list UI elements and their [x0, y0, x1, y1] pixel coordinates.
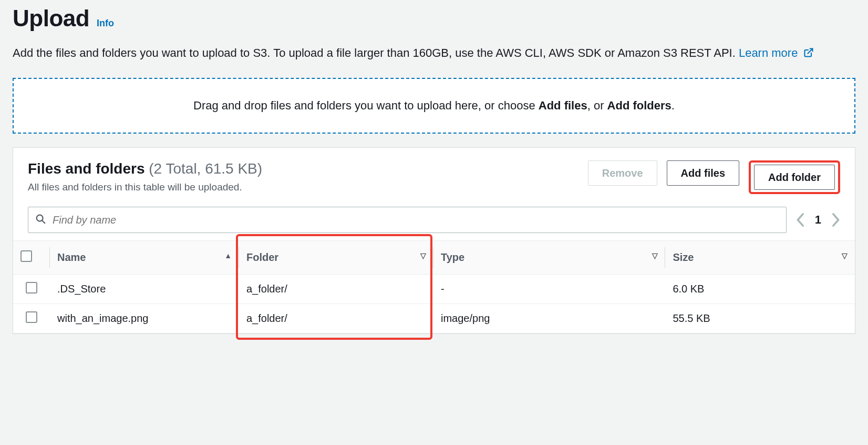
- description-text: Add the files and folders you want to up…: [13, 46, 739, 59]
- cell-name: with_an_image.png: [50, 304, 239, 333]
- page-title: Upload: [13, 5, 89, 32]
- column-header-name[interactable]: Name ▲: [50, 241, 239, 275]
- next-page-icon[interactable]: [831, 213, 840, 227]
- pagination: 1: [796, 213, 840, 227]
- column-name-label: Name: [57, 251, 86, 263]
- page-number: 1: [815, 213, 821, 227]
- sort-icon: ▽: [420, 251, 426, 260]
- remove-button: Remove: [588, 160, 657, 186]
- add-files-button[interactable]: Add files: [667, 160, 739, 186]
- page-description: Add the files and folders you want to up…: [13, 44, 855, 63]
- panel-title: Files and folders (2 Total, 61.5 KB): [28, 160, 577, 177]
- external-link-icon: [803, 45, 814, 63]
- prev-page-icon[interactable]: [796, 213, 805, 227]
- cell-folder: a_folder/: [239, 275, 433, 304]
- svg-line-2: [42, 220, 45, 223]
- table-row: .DS_Storea_folder/-6.0 KB: [13, 275, 855, 304]
- cell-name: .DS_Store: [50, 275, 239, 304]
- column-header-type[interactable]: Type ▽: [433, 241, 665, 275]
- sort-icon: ▽: [842, 251, 848, 260]
- cell-size: 55.5 KB: [665, 304, 855, 333]
- add-folder-highlight: Add folder: [749, 160, 840, 194]
- dropzone-suffix: .: [671, 99, 675, 112]
- sort-icon: ▽: [652, 251, 658, 260]
- table-row: with_an_image.pnga_folder/image/png55.5 …: [13, 304, 855, 333]
- dropzone-or: , or: [587, 99, 607, 112]
- panel-count: (2 Total, 61.5 KB): [149, 160, 262, 177]
- row-checkbox[interactable]: [26, 311, 37, 323]
- panel-subtitle: All files and folders in this table will…: [28, 181, 577, 193]
- dropzone-add-folders-bold: Add folders: [607, 99, 671, 112]
- info-link[interactable]: Info: [97, 18, 114, 29]
- cell-size: 6.0 KB: [665, 275, 855, 304]
- column-header-size[interactable]: Size ▽: [665, 241, 855, 275]
- learn-more-label: Learn more: [739, 46, 798, 59]
- dropzone[interactable]: Drag and drop files and folders you want…: [13, 78, 855, 134]
- panel-title-label: Files and folders: [28, 160, 145, 177]
- search-field[interactable]: [28, 207, 787, 233]
- files-table: Name ▲ Folder ▽ Type ▽ Size: [13, 240, 855, 333]
- files-panel: Files and folders (2 Total, 61.5 KB) All…: [13, 147, 855, 334]
- select-all-checkbox[interactable]: [20, 250, 32, 262]
- search-input[interactable]: [51, 214, 780, 227]
- column-size-label: Size: [673, 251, 694, 263]
- row-checkbox[interactable]: [26, 282, 37, 294]
- learn-more-link[interactable]: Learn more: [739, 46, 814, 59]
- svg-line-0: [808, 49, 812, 54]
- cell-type: -: [433, 275, 665, 304]
- column-type-label: Type: [441, 251, 464, 263]
- dropzone-add-files-bold: Add files: [539, 99, 587, 112]
- search-icon: [35, 213, 46, 227]
- sort-asc-icon: ▲: [224, 251, 232, 260]
- dropzone-text-prefix: Drag and drop files and folders you want…: [193, 99, 539, 112]
- cell-folder: a_folder/: [239, 304, 433, 333]
- column-header-select: [13, 241, 50, 275]
- column-header-folder[interactable]: Folder ▽: [239, 241, 433, 275]
- add-folder-button[interactable]: Add folder: [754, 165, 835, 190]
- column-folder-label: Folder: [246, 251, 278, 263]
- cell-type: image/png: [433, 304, 665, 333]
